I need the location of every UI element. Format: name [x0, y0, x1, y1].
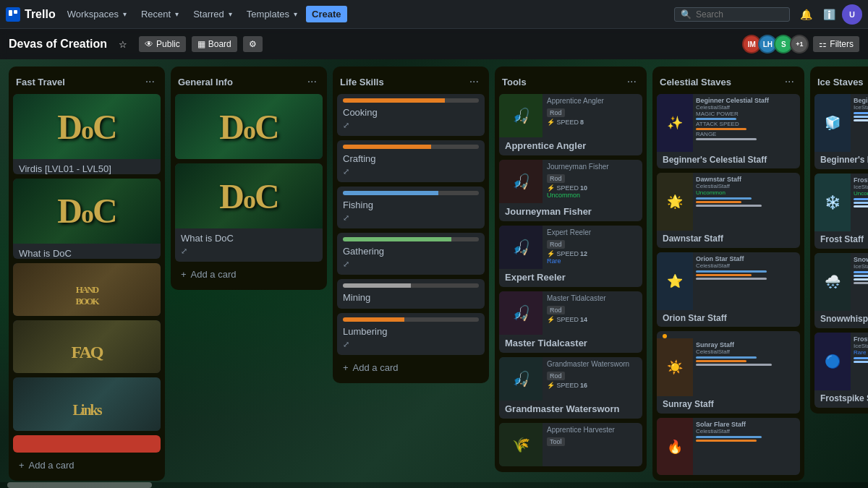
- board-background: Fast Travel ··· DoC Virdis [LVL01 - LVL5…: [0, 59, 868, 488]
- column-menu-button-tools[interactable]: ···: [624, 74, 639, 90]
- skill-name-cooking: Cooking: [343, 107, 479, 118]
- skill-card-fishing[interactable]: Fishing ⤢: [337, 187, 485, 228]
- bell-icon-button[interactable]: 🔔: [796, 4, 816, 25]
- staff-card-solar-flare[interactable]: 🔥 Solar Flare Staff CelestialStaff: [657, 418, 800, 476]
- tool-card-expert-reeler[interactable]: 🎣 Expert Reeler Rod ⚡ SPEED 12 Rare Expe…: [499, 226, 642, 287]
- column-title-life-skills: Life Skills: [340, 77, 384, 87]
- column-menu-button-fast-travel[interactable]: ···: [142, 74, 158, 90]
- column-menu-button-general-info[interactable]: ···: [305, 74, 320, 90]
- eye-icon: 👁: [145, 39, 153, 49]
- filters-button[interactable]: ⚏ Filters: [813, 36, 859, 52]
- tool-title-master: Master Tidalcaster: [505, 338, 637, 348]
- staff-card-beginner-ice[interactable]: 🧊 Beginner Ice Staff IceStaff Beginner's…: [814, 94, 868, 169]
- info-icon-button[interactable]: ℹ️: [819, 4, 839, 25]
- column-title-general-info: General Info: [178, 77, 233, 87]
- card-gi-1[interactable]: DoC: [175, 94, 323, 159]
- card-handbook[interactable]: HANDBOOK: [13, 263, 161, 316]
- card-virdis[interactable]: DoC Virdis [LVL01 - LVL50] ⤢: [13, 94, 161, 174]
- card-gi-what-is-doc[interactable]: DoC What is DoC ⤢: [175, 163, 323, 262]
- column-tools: Tools ··· 🎣 Apprentice Angler Rod ⚡ SPEE…: [495, 67, 647, 472]
- staff-card-frost[interactable]: ❄️ Frost Staff IceStaff Uncommon Frost S…: [814, 174, 868, 249]
- tool-card-journeyman[interactable]: 🎣 Journeyman Fisher Rod ⚡ SPEED 10 Uncom…: [499, 160, 642, 221]
- recent-button[interactable]: Recent ▾: [135, 6, 184, 22]
- skill-expand-fishing: ⤢: [343, 213, 479, 223]
- tool-title-journeyman: Journeyman Fisher: [505, 206, 637, 217]
- skill-expand-crafting: ⤢: [343, 167, 479, 176]
- skill-card-gathering[interactable]: Gathering ⤢: [337, 233, 485, 275]
- column-title-tools: Tools: [502, 77, 527, 87]
- add-card-button-general-info[interactable]: + Add a card: [175, 265, 323, 284]
- chevron-down-icon: ▾: [294, 10, 297, 18]
- skill-name-fishing: Fishing: [343, 200, 479, 210]
- tool-title-grandmaster: Grandmaster Watersworn: [505, 403, 637, 414]
- nav-logo[interactable]: Trello: [6, 7, 56, 22]
- staff-card-frostspike[interactable]: 🔵 Frostspike Staff IceStaff Rare Frostsp…: [814, 333, 868, 408]
- staff-img-dawnstar: 🌟: [657, 173, 693, 231]
- plus-icon: +: [19, 460, 25, 471]
- add-card-button-fast-travel[interactable]: + Add a card: [13, 455, 161, 475]
- staff-card-snowwhisper[interactable]: 🌨️ Snowwhisper Staff IceStaff Snowwhispe…: [814, 253, 868, 328]
- card-what-is-doc[interactable]: DoC What is DoC ⤢: [13, 179, 161, 259]
- add-card-button-life-skills[interactable]: + Add a card: [337, 358, 485, 377]
- tool-card-master-tidalcaster[interactable]: 🎣 Master Tidalcaster Rod ⚡ SPEED 14 Mast…: [499, 291, 642, 353]
- search-box[interactable]: 🔍: [674, 7, 790, 22]
- column-life-skills: Life Skills ··· Cooking ⤢ Crafting ⤢ Fis…: [333, 67, 489, 383]
- tool-img-expert: 🎣: [499, 226, 542, 269]
- column-header-celestial: Celestial Staves ···: [657, 72, 800, 94]
- trello-wordmark: Trello: [25, 8, 56, 21]
- staff-card-dawnstar[interactable]: 🌟 Dawnstar Staff CelestialStaff Uncommon…: [657, 173, 800, 247]
- staff-card-beginner-celestial[interactable]: ✨ Beginner Celestial Staff CelestialStaf…: [657, 94, 800, 168]
- board-view-button[interactable]: ▦ Board: [192, 36, 237, 52]
- tool-img-journeyman: 🎣: [499, 160, 542, 203]
- plus-icon-gi: +: [181, 269, 187, 280]
- skill-card-cooking[interactable]: Cooking ⤢: [337, 94, 485, 136]
- tool-img-grandmaster: 🎣: [499, 357, 542, 401]
- nav-icon-group: 🔔 ℹ️ U: [796, 4, 862, 25]
- member-avatar-more[interactable]: +1: [790, 35, 809, 53]
- staff-img-frost: ❄️: [814, 174, 851, 231]
- staff-img-sunray: ☀️: [657, 338, 693, 396]
- column-general-info: General Info ··· DoC DoC What is DoC ⤢: [171, 67, 327, 290]
- search-input[interactable]: [696, 9, 783, 20]
- column-celestial-staves: Celestial Staves ··· ✨ Beginner Celestia…: [652, 67, 804, 481]
- search-icon: 🔍: [681, 9, 692, 20]
- staff-img-snowwhisper: 🌨️: [814, 253, 851, 311]
- templates-button[interactable]: Templates ▾: [241, 6, 303, 22]
- create-button[interactable]: Create: [306, 6, 346, 22]
- card-title-virdis: Virdis [LVL01 - LVL50]: [19, 163, 155, 174]
- starred-button[interactable]: Starred ▾: [187, 6, 238, 22]
- chevron-down-icon: ▾: [175, 10, 179, 18]
- customize-button[interactable]: ⚙: [243, 36, 263, 52]
- tool-card-grandmaster[interactable]: 🎣 Grandmaster Watersworn Rod ⚡ SPEED 16 …: [499, 357, 642, 419]
- user-avatar[interactable]: U: [842, 4, 862, 25]
- card-red[interactable]: [13, 435, 161, 453]
- staff-img-frostspike: 🔵: [814, 333, 851, 390]
- column-menu-button-life-skills[interactable]: ···: [467, 74, 482, 90]
- staff-card-sunray[interactable]: ☀️ Sunray Staff CelestialStaff Sunray St…: [657, 331, 800, 413]
- skill-expand-lumbering: ⤢: [343, 340, 479, 349]
- column-menu-button-celestial[interactable]: ···: [782, 74, 797, 90]
- chevron-down-icon: ▾: [229, 10, 232, 18]
- skill-card-mining[interactable]: Mining: [337, 279, 485, 309]
- columns-wrapper: Fast Travel ··· DoC Virdis [LVL01 - LVL5…: [0, 59, 868, 488]
- staff-title-beginner-celestial: Beginner's Celestial Staff: [663, 155, 794, 165]
- staff-card-orion[interactable]: ⭐ Orion Star Staff CelestialStaff Orion …: [657, 252, 800, 327]
- workspaces-button[interactable]: Workspaces ▾: [61, 6, 132, 22]
- skill-name-mining: Mining: [343, 292, 479, 303]
- skill-card-crafting[interactable]: Crafting ⤢: [337, 140, 485, 182]
- tool-card-apprentice-harvester[interactable]: 🌾 Apprentice Harvester Tool: [499, 423, 642, 466]
- column-cards-general-info: DoC DoC What is DoC ⤢: [175, 94, 323, 262]
- tool-title-apprentice: Apprentice Angler: [505, 140, 637, 151]
- chevron-down-icon: ▾: [123, 10, 127, 18]
- tool-card-apprentice-angler[interactable]: 🎣 Apprentice Angler Rod ⚡ SPEED 8 Appren…: [499, 94, 642, 155]
- card-title-what-is-doc: What is DoC: [19, 248, 155, 259]
- visibility-button[interactable]: 👁 Public: [139, 36, 186, 52]
- card-links[interactable]: Links: [13, 377, 161, 430]
- skill-card-lumbering[interactable]: Lumbering ⤢: [337, 313, 485, 355]
- star-board-button[interactable]: ☆: [113, 34, 133, 54]
- column-cards-tools: 🎣 Apprentice Angler Rod ⚡ SPEED 8 Appren…: [499, 94, 642, 466]
- card-faq[interactable]: FAQ: [13, 320, 161, 373]
- staff-title-frost: Frost Staff: [820, 234, 868, 244]
- column-header-tools: Tools ···: [499, 72, 642, 94]
- plus-icon-ls: +: [343, 362, 349, 373]
